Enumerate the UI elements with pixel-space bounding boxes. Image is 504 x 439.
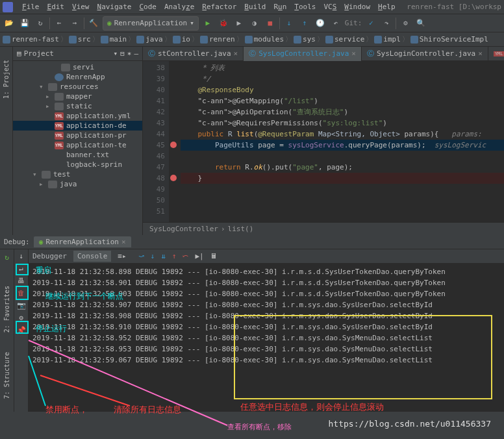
menu-edit[interactable]: Edit bbox=[44, 3, 69, 11]
vcs-commit-icon[interactable]: ↑ bbox=[298, 17, 311, 30]
log-line[interactable]: 2019-11-18 21:32:58.901 DEBUG 19892 --- … bbox=[32, 277, 500, 288]
menu-tools[interactable]: Tools bbox=[290, 3, 320, 11]
tree-node[interactable]: YMLapplication-pr bbox=[13, 131, 142, 140]
debug-session-tab[interactable]: ◉ RenrenApplication × bbox=[34, 236, 131, 247]
gear-icon[interactable]: ✶ bbox=[127, 49, 132, 58]
step-over-icon[interactable]: ⤻ bbox=[138, 252, 144, 260]
editor-tab[interactable]: Ⓒ stController.java × bbox=[143, 47, 244, 61]
collapse-icon[interactable]: ⊟ bbox=[120, 49, 125, 58]
crumb-method[interactable]: list() bbox=[228, 225, 254, 233]
menu-help[interactable]: Help bbox=[374, 3, 399, 11]
settings-icon[interactable]: ⚙ bbox=[399, 17, 412, 30]
tree-node[interactable]: ▾test bbox=[13, 169, 142, 179]
editor-tab[interactable]: Ⓒ SysLogController.java × bbox=[244, 47, 362, 61]
log-line[interactable]: 2019-11-18 21:32:58.953 DEBUG 19892 --- … bbox=[32, 344, 500, 355]
log-line[interactable]: 2019-11-18 21:32:58.952 DEBUG 19892 --- … bbox=[32, 332, 500, 344]
vcs-history-icon[interactable]: 🕐 bbox=[314, 17, 327, 30]
menu-refactor[interactable]: Refactor bbox=[198, 3, 240, 11]
log-line[interactable]: 2019-11-18 21:32:58.898 DEBUG 19892 --- … bbox=[32, 266, 500, 277]
drop-frame-icon[interactable]: ⤺ bbox=[183, 252, 188, 260]
log-line[interactable]: 2019-11-18 21:32:58.907 DEBUG 19892 --- … bbox=[32, 299, 500, 310]
menu-code[interactable]: Code bbox=[135, 3, 160, 11]
profile-icon[interactable]: ◑ bbox=[248, 17, 261, 30]
undo-icon[interactable]: ← bbox=[53, 17, 66, 30]
crumb-item[interactable]: renren-fast bbox=[3, 35, 59, 44]
log-line[interactable]: 2019-11-18 21:32:59.067 DEBUG 19892 --- … bbox=[32, 355, 500, 366]
debug-icon[interactable]: 🐞 bbox=[217, 17, 230, 30]
vcs-update-icon[interactable]: ↓ bbox=[283, 17, 296, 30]
run-to-cursor-icon[interactable]: ▶| bbox=[195, 252, 203, 260]
log-line[interactable]: 2019-11-18 21:32:58.910 DEBUG 19892 --- … bbox=[32, 321, 500, 332]
close-icon[interactable]: × bbox=[121, 238, 126, 246]
editor-tab[interactable]: Ⓒ SysLoginController.java × bbox=[362, 47, 488, 61]
tree-node[interactable]: YMLapplication-de bbox=[13, 121, 142, 131]
output-icon[interactable]: ≡▸ bbox=[118, 252, 126, 260]
print-icon[interactable]: 🖶 bbox=[18, 277, 25, 285]
menu-vcs[interactable]: VCS bbox=[320, 3, 340, 11]
tree-node[interactable]: ▾resources bbox=[13, 82, 142, 92]
git-branch-icon[interactable]: ✓ bbox=[364, 17, 377, 30]
crumb-class[interactable]: SysLogController bbox=[149, 225, 218, 233]
evaluate-icon[interactable]: 🖩 bbox=[210, 252, 218, 260]
chevron-down-icon[interactable]: ▾ bbox=[114, 49, 118, 58]
search-icon[interactable]: 🔍 bbox=[414, 17, 427, 30]
menu-view[interactable]: View bbox=[68, 3, 94, 11]
hide-icon[interactable]: — bbox=[134, 49, 138, 58]
stop-icon[interactable]: ■ bbox=[264, 17, 277, 30]
editor-tab[interactable]: YML applicatio × bbox=[488, 47, 504, 61]
tree-node[interactable]: servi bbox=[13, 62, 142, 72]
refresh-icon[interactable]: ↻ bbox=[34, 17, 47, 30]
crumb-item[interactable]: java bbox=[136, 35, 163, 44]
menu-file[interactable]: File bbox=[18, 3, 44, 11]
menu-analyze[interactable]: Analyze bbox=[160, 3, 198, 11]
tree-node[interactable]: banner.txt bbox=[13, 150, 142, 160]
tool-project[interactable]: 1: Project bbox=[3, 60, 10, 99]
tree-node[interactable]: ▸java bbox=[13, 179, 142, 189]
console-tab[interactable]: Console bbox=[73, 251, 111, 262]
tool-favorites[interactable]: 2: Favorites bbox=[3, 286, 10, 332]
crumb-item[interactable]: modules bbox=[245, 35, 284, 44]
redo-icon[interactable]: → bbox=[68, 17, 81, 30]
tree-node[interactable]: ▸mapper bbox=[13, 92, 142, 101]
coverage-icon[interactable]: ▶ bbox=[233, 17, 246, 30]
crumb-item[interactable]: main bbox=[101, 35, 127, 44]
tree-node[interactable]: logback-sprin bbox=[13, 160, 142, 169]
crumb-item[interactable]: renren bbox=[200, 35, 235, 44]
run-icon[interactable]: ▶ bbox=[201, 17, 214, 30]
menu-navigate[interactable]: Navigate bbox=[94, 3, 136, 11]
restart-button[interactable]: ↻ bbox=[2, 252, 12, 262]
tree-node[interactable]: YMLapplication.yml bbox=[13, 111, 142, 121]
scroll-end-icon[interactable]: ↓ bbox=[19, 252, 23, 260]
crumb-item[interactable]: ShiroServiceImpl bbox=[410, 35, 488, 44]
tree-node[interactable]: YMLapplication-te bbox=[13, 140, 142, 150]
menu-window[interactable]: Window bbox=[340, 3, 374, 11]
code-lines[interactable]: * 列表 */ @ResponseBody "c-ann">@GetMappin… bbox=[169, 61, 504, 222]
open-icon[interactable]: 📂 bbox=[3, 17, 16, 30]
menu-build[interactable]: Build bbox=[240, 3, 270, 11]
save-icon[interactable]: 💾 bbox=[18, 17, 31, 30]
camera-icon[interactable]: 📷 bbox=[17, 301, 26, 310]
crumb-item[interactable]: io bbox=[173, 35, 190, 44]
log-line[interactable]: 2019-11-18 21:32:58.908 DEBUG 19892 --- … bbox=[32, 310, 500, 321]
step-into-icon[interactable]: ↓ bbox=[151, 252, 155, 260]
force-step-into-icon[interactable]: ⇊ bbox=[161, 252, 166, 260]
debugger-tab[interactable]: Debugger bbox=[32, 252, 67, 260]
breakpoint-icon[interactable] bbox=[170, 175, 177, 181]
console-log[interactable]: 2019-11-18 21:32:58.898 DEBUG 19892 --- … bbox=[29, 264, 504, 412]
crumb-item[interactable]: sys bbox=[294, 35, 316, 44]
pin-icon[interactable]: 📌 bbox=[17, 326, 26, 334]
tree-node[interactable]: ▸static bbox=[13, 101, 142, 111]
crumb-item[interactable]: impl bbox=[374, 35, 401, 44]
clear-icon[interactable]: 🗑 bbox=[18, 289, 25, 297]
crumb-item[interactable]: service bbox=[325, 35, 364, 44]
code-editor[interactable]: 3839404142434445464748495051 * 列表 */ @Re… bbox=[143, 61, 504, 222]
tool-structure[interactable]: 7: Structure bbox=[3, 352, 10, 399]
step-out-icon[interactable]: ↑ bbox=[172, 252, 177, 260]
git-arrow-icon[interactable]: ↷ bbox=[380, 17, 393, 30]
log-line[interactable]: 2019-11-18 21:32:58.903 DEBUG 19892 --- … bbox=[32, 288, 500, 299]
tree-node[interactable]: RenrenApp bbox=[13, 72, 142, 82]
menu-run[interactable]: Run bbox=[270, 3, 290, 11]
build-icon[interactable]: 🔨 bbox=[87, 17, 100, 30]
vcs-revert-icon[interactable]: ↶ bbox=[329, 17, 342, 30]
settings-icon[interactable]: ⚙ bbox=[19, 314, 23, 322]
